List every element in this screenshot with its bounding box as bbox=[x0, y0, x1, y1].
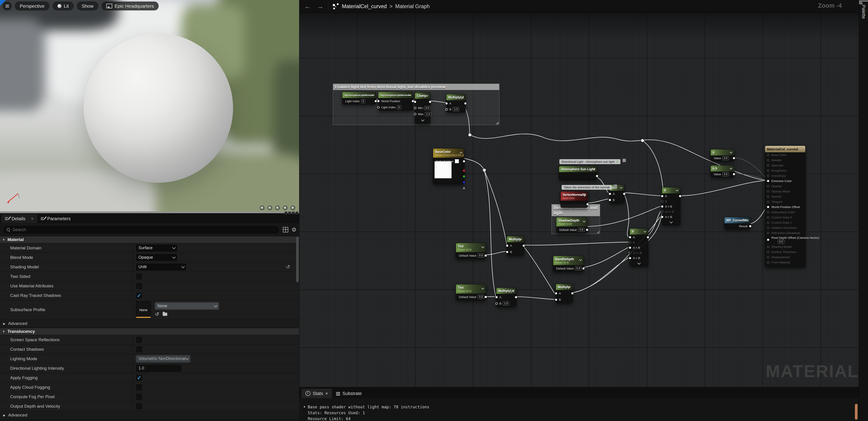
expand-chevron-icon[interactable] bbox=[421, 118, 424, 121]
collapse-chevron-icon[interactable] bbox=[481, 287, 484, 290]
search-input[interactable]: Search bbox=[3, 225, 280, 234]
asset-dropdown[interactable]: None bbox=[155, 302, 219, 310]
collapse-chevron-icon[interactable] bbox=[481, 245, 484, 248]
close-icon[interactable]: × bbox=[31, 216, 33, 221]
pin[interactable] bbox=[464, 102, 467, 105]
graph-node-sky-illuminance[interactable]: SkyAtmosphereLightIlluminance[0]World Po… bbox=[378, 92, 413, 110]
pin[interactable] bbox=[555, 298, 557, 301]
pin[interactable] bbox=[767, 238, 769, 241]
checkbox-two-sided[interactable] bbox=[136, 273, 142, 280]
graph-node-if-1[interactable]: IfABA > BA == BA < B bbox=[662, 187, 680, 225]
pin[interactable] bbox=[485, 254, 487, 257]
graph-node-multiply-comment[interactable]: Multiply(,1)AB1.0 bbox=[446, 94, 466, 112]
viewport-icon-4[interactable] bbox=[282, 205, 288, 211]
value-box[interactable]: 0.5 bbox=[722, 172, 729, 176]
pin[interactable] bbox=[629, 252, 631, 254]
pin[interactable] bbox=[623, 193, 625, 195]
value-box[interactable]: 0.8 bbox=[578, 228, 585, 232]
pin[interactable] bbox=[767, 190, 769, 193]
graph-node-sky-illuminance-on-ground[interactable]: SkyAtmosphereLightIlluminanceOnGround[0]… bbox=[342, 92, 376, 104]
checkbox-cast-ray-traced-shadows[interactable]: ✓ bbox=[136, 292, 142, 299]
value-box[interactable]: 0.0 bbox=[778, 240, 784, 244]
comment-resize-handle[interactable] bbox=[597, 231, 599, 233]
viewport-button-perspective[interactable]: Perspective bbox=[15, 2, 49, 10]
pin[interactable] bbox=[596, 175, 598, 177]
value-box[interactable]: 1.0 bbox=[503, 301, 509, 305]
graph-node-multiply-c[interactable]: MultiplyAB bbox=[556, 284, 573, 303]
value-box[interactable]: 0.5 bbox=[478, 295, 484, 299]
viewport-button-show[interactable]: Show bbox=[77, 2, 98, 10]
tab-substrate[interactable]: Substrate bbox=[332, 389, 366, 398]
dropdown-blend-mode[interactable]: Opaque bbox=[136, 254, 177, 261]
checkbox-apply-fogging[interactable]: ✓ bbox=[136, 375, 142, 381]
pin[interactable] bbox=[647, 236, 649, 238]
pin[interactable] bbox=[609, 193, 611, 195]
graph-node-dot[interactable]: DotAB bbox=[610, 185, 624, 203]
reset-to-default-icon[interactable]: ↺ bbox=[286, 264, 290, 270]
graph-node-basecolor-param[interactable]: BaseColorParam (0.93,0.93,0.93,1)Default… bbox=[433, 148, 464, 184]
viewport-icon-2[interactable] bbox=[267, 205, 273, 211]
pin[interactable] bbox=[661, 216, 663, 218]
pin[interactable] bbox=[515, 296, 517, 298]
viewport-icon-3[interactable] bbox=[275, 205, 281, 211]
preview-viewport[interactable]: PerspectiveLitShowEpic Headquarters bbox=[0, 0, 300, 213]
graph-node-if-2[interactable]: IfABA > BA == BA < B bbox=[630, 228, 648, 266]
pin[interactable] bbox=[767, 256, 769, 258]
value-box[interactable]: 0 bbox=[361, 99, 366, 103]
pin[interactable] bbox=[609, 199, 611, 201]
asset-thumbnail[interactable]: None bbox=[136, 301, 151, 318]
viewport-button-preview-scene[interactable]: Epic Headquarters bbox=[102, 2, 159, 10]
preview-sphere-mesh[interactable] bbox=[84, 33, 233, 183]
pin[interactable] bbox=[377, 106, 380, 108]
collapse-chevron-icon[interactable] bbox=[620, 186, 623, 189]
tab-parameters[interactable]: Parameters bbox=[37, 214, 74, 223]
pin[interactable] bbox=[629, 236, 631, 238]
pin[interactable] bbox=[506, 245, 508, 247]
settings-gear-icon[interactable]: ⚙ bbox=[291, 227, 297, 232]
pin[interactable] bbox=[495, 302, 498, 305]
pin[interactable] bbox=[749, 225, 751, 227]
section-header-material[interactable]: ▼Material bbox=[0, 236, 299, 243]
pin[interactable] bbox=[767, 216, 769, 219]
pin[interactable] bbox=[429, 101, 431, 103]
dropdown-material-domain[interactable]: Surface bbox=[136, 245, 177, 252]
pin[interactable] bbox=[767, 154, 769, 156]
pin[interactable] bbox=[767, 185, 769, 188]
forward-arrow-icon[interactable]: → bbox=[317, 2, 323, 10]
pin[interactable] bbox=[463, 181, 465, 184]
checkbox-screen-space-reflections[interactable] bbox=[136, 337, 142, 343]
value-box[interactable]: 0.5 bbox=[478, 254, 484, 258]
tab-stats[interactable]: Stats× bbox=[301, 389, 332, 398]
pin[interactable] bbox=[629, 241, 631, 244]
pin[interactable] bbox=[767, 159, 769, 161]
pin[interactable] bbox=[733, 157, 735, 159]
pin[interactable] bbox=[374, 100, 377, 102]
material-graph-panel[interactable]: MATERIAL Enables light tint from directi… bbox=[299, 0, 868, 421]
pin[interactable] bbox=[571, 292, 574, 295]
dropdown-shading-model[interactable]: Unlit bbox=[136, 263, 186, 271]
value-box[interactable]: 0 bbox=[397, 105, 401, 109]
comment-resize-handle[interactable] bbox=[496, 122, 499, 124]
pin[interactable] bbox=[767, 251, 769, 253]
collapse-chevron-icon[interactable] bbox=[730, 151, 733, 154]
pin[interactable] bbox=[582, 267, 585, 270]
close-icon[interactable]: × bbox=[326, 391, 328, 396]
pin[interactable] bbox=[767, 169, 769, 172]
back-arrow-icon[interactable]: ← bbox=[304, 2, 311, 10]
collapse-chevron-icon[interactable] bbox=[579, 258, 582, 261]
palette-sidebar[interactable]: Palette bbox=[859, 0, 868, 421]
pin[interactable] bbox=[661, 195, 663, 197]
value-box[interactable]: 1.0 bbox=[453, 107, 459, 111]
graph-node-atmosphere-sun-light-vector[interactable]: Atmosphere Sun Light Vector bbox=[559, 166, 597, 180]
graph-node-band-depth-param[interactable]: BandDebpthParam (0.4)Default Value0.4 bbox=[553, 256, 584, 272]
collapse-chevron-icon[interactable] bbox=[676, 189, 679, 192]
viewport-icon-5[interactable] bbox=[290, 205, 296, 211]
pin[interactable] bbox=[767, 164, 769, 167]
graph-node-constant-0[interactable]: 0Value0.0 bbox=[711, 149, 734, 161]
checkbox-compute-fog-per-pixel[interactable] bbox=[136, 394, 142, 400]
checkbox-output-depth-and-velocity[interactable] bbox=[136, 403, 142, 410]
pin[interactable] bbox=[463, 187, 465, 190]
graph-node-shadow-depth-param[interactable]: ShadowDepthParam (0.8)Default Value0.8 bbox=[556, 217, 587, 233]
expand-chevron-icon[interactable] bbox=[638, 261, 641, 264]
pin[interactable] bbox=[445, 108, 448, 110]
